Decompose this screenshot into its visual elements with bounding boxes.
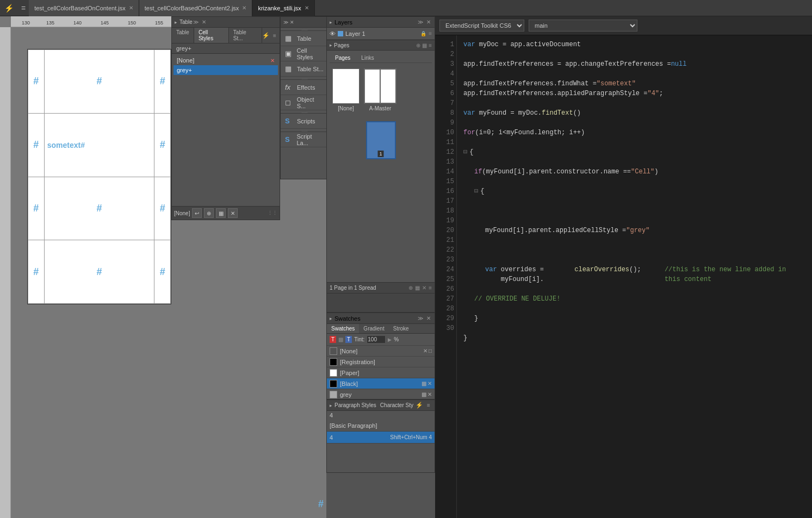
swatch-black[interactable]: [Black] ▩ ✕ xyxy=(327,378,435,389)
tool-scripts[interactable]: S Scripts xyxy=(281,114,328,129)
scripts-icon: S xyxy=(285,117,294,125)
style-none-delete[interactable]: ✕ xyxy=(270,58,275,64)
para-collapse[interactable]: ▸ xyxy=(330,403,332,408)
tab-cell-styles[interactable]: Cell Styles xyxy=(194,28,229,43)
layers-close-btn[interactable]: ✕ xyxy=(425,19,432,26)
tab-table[interactable]: Table xyxy=(172,28,194,43)
swatch-paper[interactable]: [Paper] xyxy=(327,367,435,378)
ruler-mark-140: 140 xyxy=(73,20,82,26)
style-item-grey[interactable]: grey+ xyxy=(173,65,278,75)
footer-none-label: [None] xyxy=(174,210,190,216)
footer-ctrl-3[interactable]: ✕ xyxy=(422,285,426,291)
pages-tab-links[interactable]: Links xyxy=(356,53,379,63)
str-20: "grey" xyxy=(626,226,649,235)
toolkit-dropdown[interactable]: ExtendScript Toolkit CS6 xyxy=(439,20,524,32)
layers-panel-header: ▸ Layers ≫ ✕ xyxy=(327,17,435,28)
footer-folder-icon[interactable]: ▦ xyxy=(216,208,226,218)
thumb-master-left xyxy=(364,69,380,103)
code-line-5: app.findTextPreferences.findWhat = "some… xyxy=(463,79,805,89)
color-type-btn[interactable]: ▩ xyxy=(338,336,343,342)
panel-collapse-icon[interactable]: ▸ xyxy=(175,20,177,25)
swatch-registration[interactable]: [Registration] xyxy=(327,357,435,367)
tab-close-1[interactable]: ✕ xyxy=(129,5,133,11)
function-dropdown[interactable]: main xyxy=(529,20,637,32)
swatches-close-btn[interactable]: ✕ xyxy=(425,315,432,322)
ruler-mark-135: 135 xyxy=(46,20,54,26)
collapse-12[interactable]: ⊟ xyxy=(463,147,467,157)
pages-options-icon[interactable]: ≡ xyxy=(429,42,432,48)
tool-table[interactable]: ▦ Table xyxy=(281,31,328,46)
style-item-none[interactable]: [None] ✕ xyxy=(173,55,278,65)
tool-effects[interactable]: fx Effects xyxy=(281,80,328,95)
para-4[interactable]: 4 Shift+Ctrl+Num 4 xyxy=(327,432,435,444)
line-numbers: 12345 678910 1112131415 1617181920 21222… xyxy=(435,35,457,518)
hash-5: # xyxy=(160,139,165,150)
color-text-t-icon: T xyxy=(345,336,352,343)
swatch-grey-x: ✕ xyxy=(427,391,432,397)
pages-collapse[interactable]: ▸ xyxy=(330,42,332,48)
tools-expand-icon[interactable]: ≫ xyxy=(283,20,288,25)
tool-cell-styles[interactable]: ▣ Cell Styles xyxy=(281,46,328,61)
tab-close-2[interactable]: ✕ xyxy=(242,5,246,11)
ruler-vertical xyxy=(0,27,11,518)
table-panel-tabs: Table Cell Styles Table St... ⚡ ≡ xyxy=(172,28,280,43)
swatch-none-x: ✕ xyxy=(423,348,427,354)
footer-undo-icon[interactable]: ↩ xyxy=(192,208,202,218)
tab-gradient[interactable]: Gradient xyxy=(359,324,388,333)
layer-eye-icon[interactable]: 👁 xyxy=(330,30,336,37)
style-grey-label: grey+ xyxy=(177,67,192,73)
tab-file2[interactable]: test_cellColorBasedOnContent2.jsx ✕ xyxy=(139,0,253,16)
swatch-none[interactable]: [None] ✕ □ xyxy=(327,346,435,357)
thumb-master[interactable] xyxy=(364,68,396,104)
tab-file3[interactable]: krizanke_stili.jsx ✕ xyxy=(252,0,314,16)
swatches-collapse[interactable]: ▸ xyxy=(330,316,332,321)
code-content[interactable]: var myDoc = app.activeDocument app.findT… xyxy=(457,35,812,518)
layers-expand-btn[interactable]: ≫ xyxy=(417,19,424,26)
tool-script-label[interactable]: S Script La... xyxy=(281,132,328,147)
tint-input[interactable] xyxy=(367,335,386,344)
layers-collapse-icon[interactable]: ▸ xyxy=(330,20,332,25)
tint-arrow[interactable]: ▶ xyxy=(388,337,392,342)
pages-grid-icon[interactable]: ▦ xyxy=(422,42,427,48)
tab-close-3[interactable]: ✕ xyxy=(305,5,309,11)
footer-trash-icon[interactable]: ✕ xyxy=(228,208,238,218)
ruler-mark-130: 130 xyxy=(22,20,30,26)
swatch-grey[interactable]: grey ▩ ✕ xyxy=(327,389,435,400)
tools-close-icon[interactable]: ✕ xyxy=(290,20,294,25)
current-page-thumb[interactable]: 1 xyxy=(366,121,396,159)
panel-expand-btn[interactable]: ≫ xyxy=(193,19,199,26)
code-line-14: if(myFound[i].parent.constructor.name ==… xyxy=(463,167,805,177)
collapse-16[interactable]: ⊟ xyxy=(474,186,478,196)
swatch-black-label: [Black] xyxy=(340,380,358,387)
panel-options-btn[interactable]: ≡ xyxy=(271,32,278,39)
code-line-21 xyxy=(463,235,805,245)
swatch-black-icons: ▩ ✕ xyxy=(422,380,432,386)
tab-stroke[interactable]: Stroke xyxy=(389,324,413,333)
code-line-7 xyxy=(463,98,805,108)
tool-table-st[interactable]: ▦ Table St... xyxy=(281,61,328,77)
thumb-blank[interactable] xyxy=(332,68,359,104)
tool-script-label-label: Script La... xyxy=(296,133,324,146)
line-10-text: (i=0; i<myFound.length; i++) xyxy=(475,128,585,138)
para-basic[interactable]: [Basic Paragraph] xyxy=(327,420,435,432)
swatches-expand-btn[interactable]: ≫ xyxy=(417,315,424,322)
pages-tab-pages[interactable]: Pages xyxy=(330,53,356,63)
panel-close-btn[interactable]: ✕ xyxy=(201,19,207,26)
tab-swatches[interactable]: Swatches xyxy=(327,324,359,333)
tab-file1[interactable]: test_cellColorBasedOnContent.jsx ✕ xyxy=(29,0,139,16)
footer-ctrl-4[interactable]: ≡ xyxy=(429,285,432,291)
cell-3-1: # xyxy=(28,177,45,240)
footer-add-icon[interactable]: ⊕ xyxy=(204,208,214,218)
tab-table-st[interactable]: Table St... xyxy=(229,28,262,43)
pages-section-header: ▸ Pages ⊕ ▦ ≡ xyxy=(327,40,435,51)
footer-ctrl-1[interactable]: ⊕ xyxy=(408,285,413,291)
tool-object-styles[interactable]: ◻ Object S... xyxy=(281,95,328,110)
swatch-paper-color xyxy=(330,369,337,377)
pages-new-icon[interactable]: ⊕ xyxy=(416,42,420,48)
hash-10: # xyxy=(96,266,102,277)
tool-scripts-label: Scripts xyxy=(297,118,315,124)
para-options-btn[interactable]: ≡ xyxy=(425,402,432,409)
tool-cell-label: Cell Styles xyxy=(297,47,324,60)
footer-ctrl-2[interactable]: ▦ xyxy=(415,285,420,291)
line-24-text: overrides = myFound[i]. xyxy=(501,265,574,284)
